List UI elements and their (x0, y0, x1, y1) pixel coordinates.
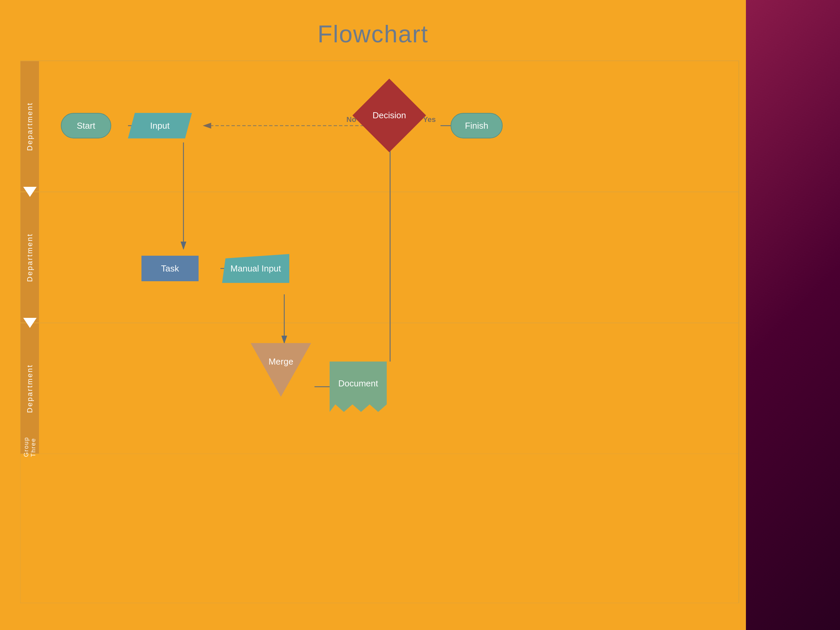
lane-2-label: Department (25, 233, 34, 282)
start-shape: Start (61, 113, 111, 139)
page-title: Flowchart (0, 20, 746, 48)
merge-container: Merge (251, 343, 311, 397)
finish-shape: Finish (451, 113, 503, 139)
arrow-down-2 (23, 318, 36, 328)
manual-input-label: Manual Input (231, 264, 281, 274)
input-shape: Input (128, 113, 192, 139)
merge-label: Merge (264, 357, 298, 367)
task-label: Task (161, 264, 179, 274)
flowchart-area: Department Department Department Group T… (20, 60, 739, 603)
input-label: Input (150, 121, 170, 131)
right-panel (746, 0, 840, 630)
group-three-label: Group Three (23, 437, 37, 457)
start-label: Start (77, 121, 95, 131)
no-label: No (346, 115, 356, 124)
arrow-down-1 (23, 187, 36, 197)
decision-container: Decision (360, 86, 418, 145)
swimlane-2: Department (21, 192, 739, 323)
lane-1-strip: Department (21, 61, 39, 191)
document-label: Document (338, 378, 378, 389)
yes-label: Yes (423, 115, 436, 124)
document-shape: Document (330, 362, 387, 412)
lane-2-strip: Department (21, 192, 39, 322)
finish-label: Finish (465, 121, 488, 131)
task-shape: Task (142, 256, 199, 281)
decision-label: Decision (373, 110, 406, 121)
lane-3-strip: Department (21, 323, 39, 453)
manual-input-shape: Manual Input (222, 254, 289, 283)
merge-triangle: Merge (251, 343, 311, 397)
lane-1-label: Department (25, 102, 34, 151)
lane-arrow-1 (21, 187, 39, 197)
right-border (739, 61, 739, 603)
lane-3-label: Department (25, 364, 34, 413)
lane-arrow-2 (21, 318, 39, 328)
